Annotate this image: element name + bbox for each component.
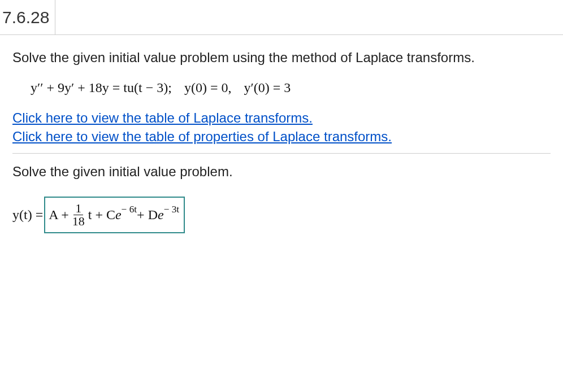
- solve-prompt: Solve the given initial value problem.: [12, 164, 551, 180]
- divider: [12, 153, 551, 154]
- e2-exponent: − 3t: [164, 204, 179, 215]
- ic2-yprime: y′: [244, 80, 253, 95]
- ic1: y(0) = 0,: [184, 80, 232, 95]
- fraction-numerator: 1: [73, 202, 83, 215]
- equation-row: y′′ + 9y′ + 18y = tu(t − 3);y(0) = 0,y′(…: [31, 80, 551, 95]
- e1-exponent: − 6t: [122, 204, 137, 215]
- links-block: Click here to view the table of Laplace …: [12, 109, 551, 145]
- problem-statement: Solve the given initial value problem us…: [12, 50, 551, 66]
- laplace-properties-link[interactable]: Click here to view the table of properti…: [12, 128, 551, 145]
- answer-plus-D: + D: [137, 207, 158, 223]
- problem-number: 7.6.28: [0, 0, 55, 34]
- content-area: Solve the given initial value problem us…: [0, 35, 563, 233]
- header-bar: 7.6.28: [0, 0, 563, 35]
- e1-base: e: [115, 207, 122, 223]
- ic2-rest: (0) = 3: [254, 80, 291, 95]
- ode-plus-9: + 9: [44, 80, 65, 95]
- ode-rest: + 18y = tu(t − 3);: [74, 80, 172, 95]
- answer-part-t-plus-C: t + C: [88, 207, 115, 223]
- answer-part-A: A +: [49, 207, 69, 223]
- fraction-denominator: 18: [71, 215, 86, 228]
- laplace-table-link[interactable]: Click here to view the table of Laplace …: [12, 109, 551, 127]
- answer-input-box[interactable]: A + 1 18 t + C e − 6t + D e − 3t: [44, 197, 185, 233]
- answer-row: y(t) = A + 1 18 t + C e − 6t + D e − 3t: [12, 197, 551, 233]
- e2-base: e: [158, 207, 164, 223]
- fraction-1-18: 1 18: [71, 202, 86, 228]
- ode-y-prime: y′: [64, 80, 74, 95]
- ode-y-double-prime: y′′: [31, 80, 44, 95]
- answer-prefix: y(t) =: [12, 207, 43, 223]
